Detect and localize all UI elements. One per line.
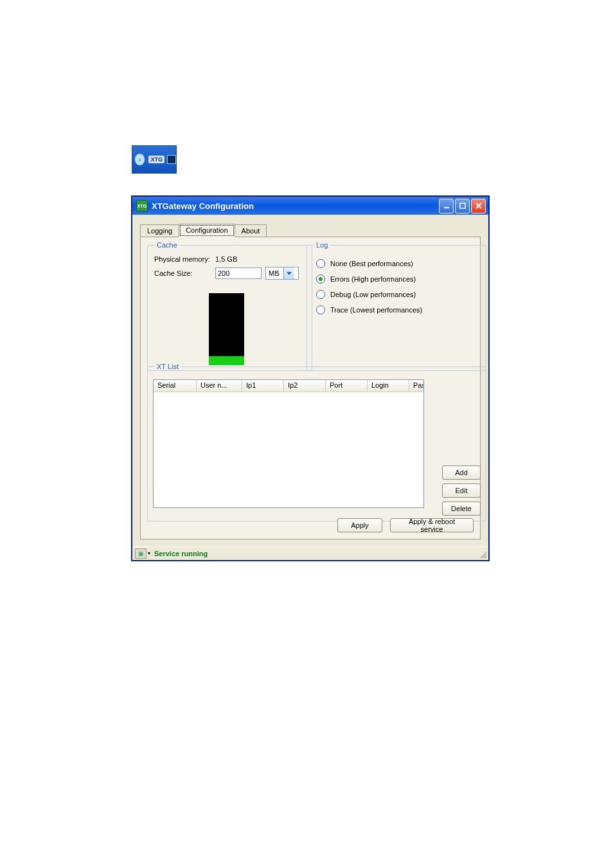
radio-log-errors-label: Errors (High performances): [330, 275, 416, 283]
radio-log-trace-label: Trace (Lowest performances): [330, 306, 422, 314]
apply-reboot-button[interactable]: Apply & reboot service: [390, 518, 474, 532]
group-cache-legend: Cache: [154, 241, 180, 249]
group-xtlist-legend: XT List: [154, 363, 181, 370]
delete-button[interactable]: Delete: [442, 502, 481, 516]
group-log-legend: Log: [314, 241, 330, 249]
col-port[interactable]: Port: [326, 380, 368, 392]
col-login[interactable]: Login: [368, 380, 409, 392]
add-button[interactable]: Add: [442, 466, 481, 480]
close-button[interactable]: [471, 199, 486, 213]
titlebar[interactable]: XTG XTGateway Configuration: [132, 197, 488, 215]
group-log: Log None (Best performances) Errors (Hig…: [306, 241, 486, 371]
minimize-button[interactable]: [439, 199, 454, 213]
edit-button[interactable]: Edit: [442, 484, 481, 498]
group-cache: Cache Physical memory: 1,5 GB Cache Size…: [147, 241, 312, 371]
radio-log-errors[interactable]: Errors (High performances): [316, 275, 479, 284]
radio-icon: [316, 275, 325, 284]
chevron-left-icon: ‹: [135, 154, 145, 165]
chevron-down-icon[interactable]: ▾: [148, 550, 150, 556]
systray-label: XTG: [148, 156, 164, 163]
label-cache-size: Cache Size:: [154, 269, 215, 277]
close-icon: [475, 203, 482, 209]
combo-cache-unit-value: MB: [266, 269, 283, 277]
tab-logging[interactable]: Logging: [140, 224, 179, 237]
service-status-icon[interactable]: ▣: [135, 548, 147, 559]
col-username[interactable]: User n...: [197, 380, 242, 392]
input-cache-size[interactable]: [215, 267, 262, 279]
col-ip1[interactable]: Ip1: [242, 380, 284, 392]
col-password[interactable]: Passw...: [409, 380, 423, 392]
radio-icon: [316, 305, 325, 314]
chevron-down-icon[interactable]: [283, 267, 294, 279]
tabpanel-configuration: Cache Physical memory: 1,5 GB Cache Size…: [140, 237, 481, 539]
systray-xtg-icon: ‹ XTG: [132, 145, 177, 174]
statusbar: ▣ ▾ Service running: [133, 547, 488, 559]
radio-log-debug-label: Debug (Low performances): [330, 291, 416, 298]
monitor-icon: [167, 155, 176, 164]
app-icon: XTG: [136, 200, 148, 212]
cache-gauge: [209, 293, 244, 365]
label-physical-memory: Physical memory:: [154, 255, 215, 263]
radio-log-none-label: None (Best performances): [330, 260, 413, 267]
minimize-icon: [443, 203, 450, 209]
combo-cache-unit[interactable]: MB: [265, 267, 299, 280]
apply-button[interactable]: Apply: [337, 518, 382, 532]
col-ip2[interactable]: Ip2: [284, 380, 326, 392]
radio-log-trace[interactable]: Trace (Lowest performances): [316, 305, 479, 314]
svg-rect-1: [460, 203, 465, 208]
radio-icon: [316, 259, 325, 268]
radio-log-debug[interactable]: Debug (Low performances): [316, 290, 479, 299]
group-xtlist: XT List Serial User n... Ip1 Ip2 Port Lo…: [147, 363, 486, 521]
status-text: Service running: [154, 550, 208, 557]
tabs: Logging Configuration About: [140, 222, 266, 237]
radio-icon: [316, 290, 325, 299]
radio-log-none[interactable]: None (Best performances): [316, 259, 479, 268]
col-serial[interactable]: Serial: [154, 380, 197, 392]
maximize-icon: [459, 203, 466, 209]
window-title: XTGateway Configuration: [152, 201, 439, 211]
svg-rect-0: [444, 207, 449, 208]
xt-list-header: Serial User n... Ip1 Ip2 Port Login Pass…: [154, 380, 423, 392]
tab-configuration[interactable]: Configuration: [179, 224, 235, 237]
xt-listview[interactable]: Serial User n... Ip1 Ip2 Port Login Pass…: [153, 379, 424, 508]
maximize-button[interactable]: [455, 199, 470, 213]
window-xtgateway-config: XTG XTGateway Configuration Logging Conf…: [132, 196, 489, 561]
resize-grip-icon[interactable]: [477, 549, 486, 558]
value-physical-memory: 1,5 GB: [215, 255, 237, 263]
tab-about[interactable]: About: [235, 224, 267, 237]
